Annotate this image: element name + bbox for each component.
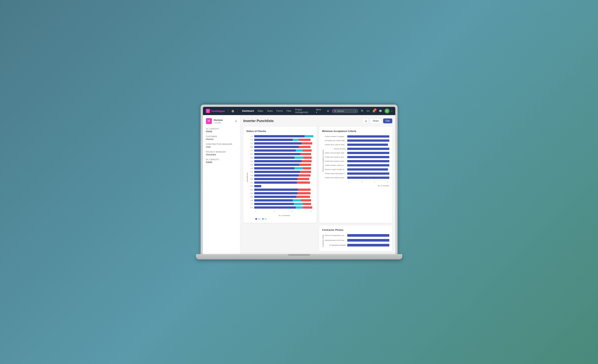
sidebar-project-info: Horizon Canada (214, 119, 223, 124)
mac-label: Check communication switch on eac (325, 152, 347, 154)
row-label: B.5 (249, 192, 254, 194)
row-label: B.4 (249, 146, 254, 148)
dc-capacity-label: DC Capacity (206, 158, 237, 161)
x-tick-6: 6 (311, 210, 311, 212)
project-search[interactable]: Horizon ▾ (332, 109, 358, 113)
mac-x-axis-line (349, 180, 389, 180)
notification-badge: 23 (374, 108, 376, 111)
row-label: A.4 (249, 139, 254, 141)
bar-yes (254, 182, 297, 184)
bar-yes (254, 203, 294, 205)
contractor-title: Contractor Photos (322, 229, 389, 231)
mac-row: Confirm Inverter is installed per man (325, 135, 389, 138)
print-button[interactable]: 🖨 (363, 118, 368, 124)
mac-label: Confirm the Inverter is plumb and lev (325, 160, 347, 162)
search-dropdown-icon: ▾ (355, 110, 356, 112)
logo-text: TaskMapper (211, 110, 225, 112)
mac-row: Confirm all AC and DC feeders are lab (325, 143, 389, 146)
avatar-dropdown-icon[interactable]: ▾ (391, 110, 392, 112)
content-header: Inverter Punchlists 🖨 Share Edit (243, 118, 392, 124)
contractor-rows-container: Interior of components & wiring term Ove… (325, 233, 389, 247)
bar-yes (254, 192, 298, 194)
home-icon[interactable]: 🏠 (231, 109, 234, 112)
content-area: Inverter Punchlists 🖨 Share Edit Status … (241, 115, 395, 254)
bar-partial (297, 192, 311, 194)
settings-icon[interactable]: ⚙ (326, 109, 330, 113)
row-label: C.5 (249, 171, 254, 173)
bar-partial (298, 189, 310, 191)
nav-link-files[interactable]: Files (285, 109, 293, 113)
row-bars (254, 167, 314, 169)
nav-link-project-management[interactable]: Project management (293, 108, 314, 114)
bar-partial (303, 203, 311, 205)
contractor-photos-card: Contractor Photos Contractor Photo Inter… (319, 225, 392, 251)
bar-partial (303, 149, 312, 152)
construction-manager-label: Construction Manager (206, 143, 237, 145)
contractor-row: All Signage/nameplates (325, 243, 389, 247)
bar-no (294, 167, 303, 169)
nav-link-more[interactable]: More ▾ (315, 108, 323, 114)
bar-partial (299, 146, 311, 148)
row-label: A.6 (249, 199, 254, 201)
search-text: Horizon (337, 110, 344, 112)
customer-value: Horizon (206, 138, 237, 141)
bar-partial (300, 171, 311, 173)
bar-yes (254, 157, 295, 159)
header-actions: 🖨 Share Edit (363, 118, 392, 124)
nav-logo[interactable]: T TaskMapper (206, 109, 225, 113)
status-row-B.7: B.7 (249, 153, 314, 156)
status-row-C.1: C.1 (249, 206, 314, 209)
sidebar-gear-icon[interactable]: ⚙ (235, 120, 237, 123)
contractor-bar (347, 239, 389, 242)
search-dot (334, 110, 336, 112)
bar-yes (254, 139, 293, 141)
mac-bar (347, 160, 389, 162)
nav-right: ⚙ Horizon ▾ 🔍 EN 🔔 23 💬 G ▾ (326, 108, 392, 113)
status-x-axis: 0 2 4 6 (255, 210, 314, 213)
bar-partial (301, 199, 311, 201)
nav-link-forms[interactable]: Forms (275, 109, 284, 113)
mac-chart-card: Minimum Acceptance Criteria Minimum Acce… (319, 127, 392, 223)
avatar[interactable]: G (385, 108, 390, 113)
mac-label: Confirm Inverter is installed per man (325, 135, 347, 137)
status-chart-bars: A.1 A.4 C.3 B.4 A.7 (249, 135, 314, 220)
sidebar-dc-capacity: DC Capacity 93MW (206, 158, 237, 164)
row-label: A.3 (249, 160, 254, 162)
bar-partial (297, 178, 309, 180)
search-icon[interactable]: 🔍 (360, 109, 365, 113)
mac-bar (347, 156, 389, 158)
share-button[interactable]: Share (370, 118, 382, 124)
row-bars (254, 153, 314, 155)
messages-icon[interactable]: 💬 (378, 109, 383, 113)
status-chart-title: Status of Checks (246, 130, 314, 132)
bar-yes (254, 167, 295, 169)
status-rows-container: A.1 A.4 C.3 B.4 A.7 (249, 135, 314, 209)
status-row-A.4: A.4 (249, 138, 314, 141)
nav-link-maps[interactable]: Maps (256, 109, 265, 113)
row-label: A.2 (249, 203, 254, 205)
mac-bar (347, 135, 389, 138)
sidebar-project-manager: Project Manager Alexandra (206, 151, 237, 156)
notifications-icon[interactable]: 🔔 23 (372, 109, 376, 113)
nav-link-tasks[interactable]: Tasks (265, 109, 274, 113)
bar-no (294, 203, 303, 205)
mac-bar (347, 152, 389, 154)
lang-switch[interactable]: EN (367, 110, 369, 112)
x-tick-0: 0 (255, 210, 256, 212)
logo-icon: T (206, 109, 210, 113)
contractor-bar (347, 244, 389, 247)
row-label: C.6 (249, 174, 254, 176)
nav-link-dashboard[interactable]: Dashboard (241, 109, 255, 113)
mac-x-label: No. of Inverters (349, 185, 389, 187)
bar-yes (254, 171, 300, 173)
mac-row: Confirm the Inverter has been vacuu (325, 176, 389, 179)
status-row-B.2: B.2 (249, 195, 314, 198)
row-bars (254, 157, 314, 159)
mac-chart-title: Minimum Acceptance Criteria (322, 130, 389, 132)
edit-button[interactable]: Edit (383, 118, 392, 123)
project-name: Horizon (214, 119, 223, 122)
bar-yes (254, 189, 298, 191)
contractor-row: Interior of components & wiring term (325, 233, 389, 237)
row-label: C.2 (249, 182, 254, 183)
row-label: C.3 (249, 142, 254, 144)
